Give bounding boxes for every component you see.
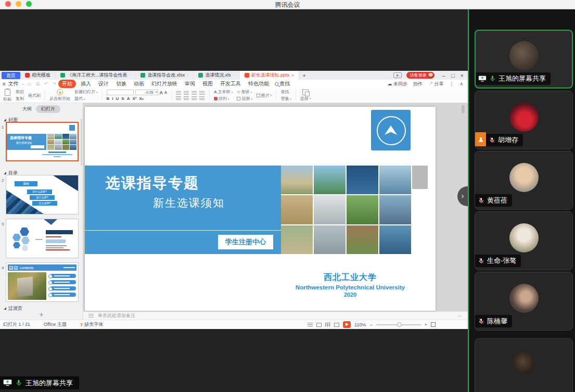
menu-slideshow[interactable]: 幻灯片放映: [148, 80, 181, 88]
textbox-button[interactable]: A文本框▾: [214, 89, 233, 95]
panel-expand-button[interactable]: ›: [457, 186, 468, 206]
font-size-input[interactable]: -0.05: [135, 90, 158, 95]
notes-bar[interactable]: 单击此处添加备注 ⋯: [83, 311, 468, 320]
slide-canvas[interactable]: 选课指导专题 新生选课须知 学生注册中心 西北工业大学 Nor: [83, 103, 468, 311]
reading-view-icon[interactable]: [334, 323, 339, 327]
participant-tile-partial[interactable]: [475, 338, 573, 392]
italic-button[interactable]: I: [112, 96, 113, 101]
numbering-icon[interactable]: [184, 91, 189, 95]
align-center-icon[interactable]: [184, 96, 189, 100]
cut-button[interactable]: 剪切: [16, 89, 24, 95]
subscript-button[interactable]: X₂: [139, 96, 144, 101]
close-icon[interactable]: ×: [461, 72, 464, 79]
replace-button[interactable]: 替换▾: [280, 96, 291, 102]
participant-tile[interactable]: 黄蓓蓓: [475, 151, 573, 210]
slide-thumbnail-2[interactable]: 课程 为什么选课? 选什么课? 怎么选课?: [6, 175, 79, 214]
bullets-icon[interactable]: [176, 91, 181, 95]
increase-font-icon[interactable]: A: [160, 90, 163, 95]
panel-scrollbar[interactable]: [81, 119, 82, 166]
font-name-input[interactable]: [107, 90, 134, 95]
zoom-slider-knob[interactable]: [397, 322, 402, 327]
menu-transition[interactable]: 切换: [112, 80, 130, 88]
slideshow-play-button[interactable]: [343, 321, 351, 328]
strikethrough-button[interactable]: S: [121, 96, 124, 101]
menu-review[interactable]: 审阅: [181, 80, 199, 88]
missing-font-warning[interactable]: T 缺失字体: [80, 321, 104, 328]
sync-status[interactable]: ☁ 未同步: [387, 81, 407, 87]
participant-tile[interactable]: 陈楠馨: [475, 272, 573, 331]
video-mode-icon[interactable]: [393, 72, 402, 78]
play-from-current-button[interactable]: 从当前开始: [49, 89, 70, 102]
collaborate-button[interactable]: 协作: [413, 81, 423, 87]
zoom-out-button[interactable]: −: [369, 322, 372, 327]
menu-home[interactable]: 开始: [58, 80, 76, 88]
zoom-in-button[interactable]: +: [425, 322, 427, 327]
maximize-icon[interactable]: □: [451, 72, 455, 79]
underline-button[interactable]: U: [116, 96, 119, 101]
format-painter-button[interactable]: 格式刷: [28, 93, 41, 98]
font-color-button[interactable]: A: [127, 96, 130, 101]
sorter-view-icon[interactable]: [325, 323, 330, 327]
slide-thumbnail-3[interactable]: [6, 219, 79, 258]
indent-decrease-icon[interactable]: [191, 91, 197, 95]
normal-view-icon[interactable]: [308, 323, 313, 327]
fit-slide-icon[interactable]: [431, 322, 436, 327]
picture-button[interactable]: 图片▾: [257, 93, 272, 98]
doc-tab-xls-2[interactable]: 选课情况.xls ◦: [194, 71, 239, 80]
doc-tab-docer[interactable]: 稻壳模板: [20, 71, 56, 80]
shape-button[interactable]: ◇形状▾: [237, 89, 252, 95]
guest-login-badge[interactable]: 访客登录: [406, 72, 435, 79]
file-menu[interactable]: ≡ 文件 ⌄ ▭ ⊟ ↶ ↷: [0, 80, 58, 87]
bold-button[interactable]: B: [107, 96, 110, 101]
layout-button[interactable]: 版式▾: [74, 96, 98, 102]
share-button[interactable]: ↗ 分享: [428, 81, 444, 87]
pin-icon[interactable]: ◦: [233, 73, 235, 78]
copy-button[interactable]: 复制: [16, 96, 24, 102]
arrange-button[interactable]: 排列▾: [214, 96, 233, 102]
doc-tab-xlsx[interactable]: 选课指导会改.xlsx ◦: [136, 71, 194, 80]
new-slide-button[interactable]: 新建幻灯片▾: [74, 89, 98, 95]
indent-increase-icon[interactable]: [199, 91, 205, 95]
justify-icon[interactable]: [199, 96, 205, 100]
slide-thumbnail-1[interactable]: 选课指导专题 新生选课须知: [6, 122, 79, 161]
menu-features[interactable]: 特色功能: [245, 80, 273, 88]
doc-tab-pptx-active[interactable]: 新生选课须知.pptx ×: [240, 71, 300, 80]
menu-animation[interactable]: 动画: [130, 80, 148, 88]
more-menu-icon[interactable]: ⋮: [449, 81, 454, 86]
zoom-level[interactable]: 110%: [354, 322, 366, 327]
minimize-icon[interactable]: –: [442, 72, 445, 79]
tab-outline[interactable]: 大纲: [22, 106, 32, 112]
menu-view[interactable]: 视图: [199, 80, 216, 88]
menu-design[interactable]: 设计: [95, 80, 112, 88]
participant-tile[interactable]: 生命-张骜: [475, 211, 573, 270]
new-tab-button[interactable]: +: [302, 72, 305, 79]
slide-editor[interactable]: 选课指导专题 新生选课须知 学生注册中心 西北工业大学 Nor: [85, 107, 436, 311]
doc-tab-xls-1[interactable]: 《海洋工程大...课指导会性表 ◦: [56, 71, 136, 80]
canvas-scrollbar[interactable]: [462, 105, 465, 113]
tab-slides[interactable]: 幻灯片: [36, 105, 60, 113]
wps-home-tab[interactable]: 首页: [2, 72, 20, 79]
add-slide-button[interactable]: +: [0, 310, 83, 319]
menu-insert[interactable]: 插入: [77, 80, 95, 88]
zoom-slider[interactable]: [376, 324, 421, 325]
superscript-button[interactable]: X²: [132, 96, 136, 101]
slide-thumbnail-4[interactable]: 目 录 contents: [6, 262, 79, 302]
pin-icon[interactable]: ◦: [187, 73, 188, 78]
menu-devtools[interactable]: 开发工具: [216, 80, 245, 88]
quick-toolbar-icons[interactable]: ▭ ⊟ ↶ ↷: [27, 81, 58, 86]
paste-button[interactable]: 粘贴: [3, 89, 11, 102]
notes-more-icon[interactable]: ⋯: [457, 313, 463, 319]
close-tab-icon[interactable]: ×: [291, 73, 294, 78]
select-button[interactable]: 选择▾: [300, 90, 311, 102]
pin-icon[interactable]: ◦: [130, 73, 131, 78]
find-menu[interactable]: 查找: [275, 80, 290, 87]
participant-tile[interactable]: 王旭的屏幕共享: [475, 30, 573, 88]
participant-tile[interactable]: 胡增存: [475, 91, 573, 149]
decrease-font-icon[interactable]: A: [164, 91, 167, 94]
collapse-ribbon-icon[interactable]: ∧: [459, 81, 463, 86]
align-right-icon[interactable]: [191, 96, 197, 100]
find-button[interactable]: 查找: [280, 89, 291, 95]
outline-button[interactable]: 轮廓▾: [237, 96, 252, 102]
align-left-icon[interactable]: [176, 96, 181, 100]
slide-view-icon[interactable]: [316, 323, 322, 327]
